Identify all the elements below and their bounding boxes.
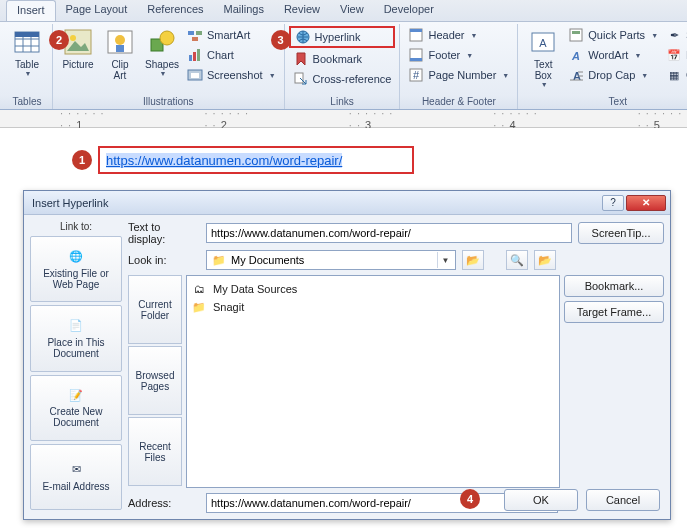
dropcap-icon: A bbox=[568, 67, 584, 83]
svg-rect-17 bbox=[193, 52, 196, 61]
document-area[interactable]: 1 https://www.datanumen.com/word-repair/ bbox=[0, 128, 687, 188]
hyperlink-button[interactable]: Hyperlink bbox=[289, 26, 396, 48]
bookmark-dlg-button[interactable]: Bookmark... bbox=[564, 275, 664, 297]
clipart-button[interactable]: Clip Art bbox=[99, 24, 141, 81]
file-list[interactable]: 🗂My Data Sources 📁Snagit bbox=[186, 275, 560, 488]
crossref-icon bbox=[293, 71, 309, 87]
dialog-main: Text to display: ScreenTip... Look in: 📁… bbox=[128, 221, 664, 513]
quickparts-icon bbox=[568, 27, 584, 43]
group-label-links: Links bbox=[289, 95, 396, 109]
group-tables: Table▼ Tables bbox=[2, 24, 53, 109]
browse-subnav: Current Folder Browsed Pages Recent File… bbox=[128, 275, 182, 488]
svg-rect-14 bbox=[196, 31, 202, 35]
wordart-button[interactable]: AWordArt▼ bbox=[564, 46, 662, 64]
textbox-icon: A bbox=[527, 26, 559, 58]
callout-4: 4 bbox=[460, 489, 480, 509]
svg-point-7 bbox=[70, 35, 76, 41]
lookin-combo[interactable]: 📁 My Documents ▼ bbox=[206, 250, 456, 270]
obj-button[interactable]: ▦Obje bbox=[662, 66, 687, 84]
cancel-button[interactable]: Cancel bbox=[586, 489, 660, 511]
svg-text:A: A bbox=[571, 50, 580, 62]
help-button[interactable]: ? bbox=[602, 195, 624, 211]
bookmark-icon bbox=[293, 51, 309, 67]
quickparts-button[interactable]: Quick Parts▼ bbox=[564, 26, 662, 44]
pagenum-icon: # bbox=[408, 67, 424, 83]
svg-point-12 bbox=[160, 31, 174, 45]
tab-view[interactable]: View bbox=[330, 0, 374, 21]
dropcap-button[interactable]: ADrop Cap▼ bbox=[564, 66, 662, 84]
svg-rect-10 bbox=[116, 45, 124, 52]
footer-button[interactable]: Footer▼ bbox=[404, 46, 513, 64]
link-to-label: Link to: bbox=[30, 221, 122, 232]
dialog-titlebar[interactable]: Insert Hyperlink ? ✕ bbox=[24, 191, 670, 215]
svg-rect-32 bbox=[572, 31, 580, 34]
ribbon-tabs: Insert Page Layout References Mailings R… bbox=[0, 0, 687, 22]
nav-create-new-doc[interactable]: 📝Create New Document bbox=[30, 375, 122, 441]
doc-target-icon: 📄 bbox=[68, 318, 84, 334]
email-icon: ✉ bbox=[68, 462, 84, 478]
folder-icon: 📁 bbox=[211, 252, 227, 268]
tab-references[interactable]: References bbox=[137, 0, 213, 21]
svg-rect-15 bbox=[192, 37, 198, 41]
screentip-button[interactable]: ScreenTip... bbox=[578, 222, 664, 244]
crossref-button[interactable]: Cross-reference bbox=[289, 70, 396, 88]
bookmark-button[interactable]: Bookmark bbox=[289, 50, 396, 68]
subnav-current-folder[interactable]: Current Folder bbox=[128, 275, 182, 344]
close-button[interactable]: ✕ bbox=[626, 195, 666, 211]
clipart-icon bbox=[104, 26, 136, 58]
textbox-button[interactable]: AText Box▼ bbox=[522, 24, 564, 88]
browse-web-button[interactable]: 🔍 bbox=[506, 250, 528, 270]
tab-review[interactable]: Review bbox=[274, 0, 330, 21]
tab-developer[interactable]: Developer bbox=[374, 0, 444, 21]
new-doc-icon: 📝 bbox=[68, 387, 84, 403]
header-icon bbox=[408, 27, 424, 43]
nav-email-address[interactable]: ✉E-mail Address bbox=[30, 444, 122, 510]
shapes-button[interactable]: Shapes▼ bbox=[141, 24, 183, 77]
subnav-browsed-pages[interactable]: Browsed Pages bbox=[128, 346, 182, 415]
smartart-button[interactable]: SmartArt bbox=[183, 26, 280, 44]
date-icon: 📅 bbox=[666, 47, 682, 63]
subnav-recent-files[interactable]: Recent Files bbox=[128, 417, 182, 486]
header-button[interactable]: Header▼ bbox=[404, 26, 513, 44]
browse-file-button[interactable]: 📂 bbox=[534, 250, 556, 270]
sign-button[interactable]: ✒Sign bbox=[662, 26, 687, 44]
svg-point-9 bbox=[115, 35, 125, 45]
list-item[interactable]: 📁Snagit bbox=[191, 298, 555, 316]
svg-rect-20 bbox=[191, 73, 199, 78]
tab-insert[interactable]: Insert bbox=[6, 0, 56, 21]
svg-text:A: A bbox=[540, 37, 548, 49]
group-links: 3 Hyperlink Bookmark Cross-reference Lin… bbox=[285, 24, 401, 109]
nav-place-in-doc[interactable]: 📄Place in This Document bbox=[30, 305, 122, 371]
chart-icon bbox=[187, 47, 203, 63]
svg-rect-24 bbox=[410, 29, 422, 32]
ok-button[interactable]: OK bbox=[504, 489, 578, 511]
svg-rect-26 bbox=[410, 58, 422, 61]
folder-icon: 🗂 bbox=[191, 281, 207, 297]
list-item[interactable]: 🗂My Data Sources bbox=[191, 280, 555, 298]
target-frame-button[interactable]: Target Frame... bbox=[564, 301, 664, 323]
address-label: Address: bbox=[128, 497, 200, 509]
table-button[interactable]: Table▼ bbox=[6, 24, 48, 77]
screenshot-icon bbox=[187, 67, 203, 83]
table-icon bbox=[11, 26, 43, 58]
svg-rect-13 bbox=[188, 31, 194, 35]
nav-existing-file[interactable]: 🌐Existing File or Web Page bbox=[30, 236, 122, 302]
date-button[interactable]: 📅Date bbox=[662, 46, 687, 64]
link-to-panel: Link to: 🌐Existing File or Web Page 📄Pla… bbox=[30, 221, 122, 513]
group-illustrations: 2 Picture Clip Art Shapes▼ SmartArt Char… bbox=[53, 24, 285, 109]
callout-1: 1 bbox=[72, 150, 92, 170]
screenshot-button[interactable]: Screenshot▼ bbox=[183, 66, 280, 84]
tab-mailings[interactable]: Mailings bbox=[214, 0, 274, 21]
tab-page-layout[interactable]: Page Layout bbox=[56, 0, 138, 21]
text-to-display-input[interactable] bbox=[206, 223, 572, 243]
pagenum-button[interactable]: #Page Number▼ bbox=[404, 66, 513, 84]
folder-icon: 📁 bbox=[191, 299, 207, 315]
wordart-icon: A bbox=[568, 47, 584, 63]
up-folder-button[interactable]: 📂 bbox=[462, 250, 484, 270]
group-headerfooter: Header▼ Footer▼ #Page Number▼ Header & F… bbox=[400, 24, 518, 109]
chart-button[interactable]: Chart bbox=[183, 46, 280, 64]
callout-2: 2 bbox=[49, 30, 69, 50]
svg-rect-31 bbox=[570, 29, 582, 41]
insert-hyperlink-dialog: Insert Hyperlink ? ✕ Link to: 🌐Existing … bbox=[23, 190, 671, 520]
selected-url-text[interactable]: https://www.datanumen.com/word-repair/ bbox=[106, 153, 342, 168]
